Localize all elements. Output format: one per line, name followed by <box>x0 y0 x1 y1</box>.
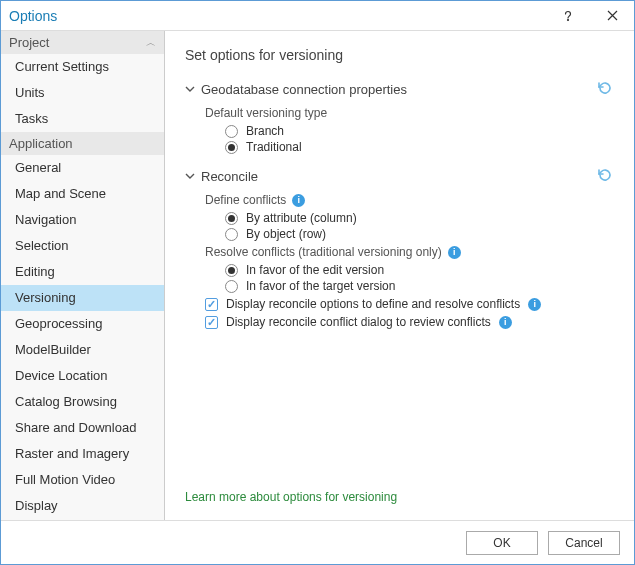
chevron-down-icon <box>185 83 195 97</box>
sidebar-item-modelbuilder[interactable]: ModelBuilder <box>1 337 164 363</box>
radio-favor-edit[interactable]: In favor of the edit version <box>225 263 614 277</box>
radio-label: Branch <box>246 124 284 138</box>
section-reconcile: Reconcile Define conflicts i By attribut… <box>185 166 614 331</box>
radio-traditional[interactable]: Traditional <box>225 140 614 154</box>
radio-favor-target[interactable]: In favor of the target version <box>225 279 614 293</box>
radio-icon <box>225 228 238 241</box>
sidebar-item-current-settings[interactable]: Current Settings <box>1 54 164 80</box>
chevron-up-icon: ︿ <box>146 36 156 50</box>
options-dialog: Options Project ︿ Current Settings Units… <box>0 0 635 565</box>
info-icon[interactable]: i <box>528 298 541 311</box>
sidebar-group-label: Application <box>9 136 73 151</box>
learn-more-link[interactable]: Learn more about options for versioning <box>185 490 614 504</box>
section-title: Reconcile <box>201 169 596 184</box>
sidebar-item-map-and-scene[interactable]: Map and Scene <box>1 181 164 207</box>
titlebar: Options <box>1 1 634 31</box>
window-title: Options <box>9 8 546 24</box>
sidebar-item-display[interactable]: Display <box>1 493 164 519</box>
radio-by-object[interactable]: By object (row) <box>225 227 614 241</box>
radio-label: Traditional <box>246 140 302 154</box>
sidebar-group-label: Project <box>9 35 49 50</box>
radio-icon <box>225 264 238 277</box>
content-area: Project ︿ Current Settings Units Tasks A… <box>1 31 634 520</box>
reset-icon[interactable] <box>596 166 614 187</box>
checkbox-label: Display reconcile conflict dialog to rev… <box>226 315 491 329</box>
sidebar-item-share-and-download[interactable]: Share and Download <box>1 415 164 441</box>
sidebar-item-raster-and-imagery[interactable]: Raster and Imagery <box>1 441 164 467</box>
sidebar-group-project[interactable]: Project ︿ <box>1 31 164 54</box>
section-header[interactable]: Geodatabase connection properties <box>185 79 614 100</box>
section-title: Geodatabase connection properties <box>201 82 596 97</box>
sidebar-item-full-motion-video[interactable]: Full Motion Video <box>1 467 164 493</box>
sidebar-item-tasks[interactable]: Tasks <box>1 106 164 132</box>
sidebar-item-selection[interactable]: Selection <box>1 233 164 259</box>
chevron-down-icon <box>185 170 195 184</box>
svg-point-0 <box>567 19 568 20</box>
checkbox-label: Display reconcile options to define and … <box>226 297 520 311</box>
radio-icon <box>225 212 238 225</box>
radio-label: In favor of the target version <box>246 279 395 293</box>
dialog-footer: OK Cancel <box>1 520 634 564</box>
info-icon[interactable]: i <box>292 194 305 207</box>
close-button[interactable] <box>590 1 634 31</box>
section-geodatabase: Geodatabase connection properties Defaul… <box>185 79 614 156</box>
sidebar-item-catalog-browsing[interactable]: Catalog Browsing <box>1 389 164 415</box>
info-icon[interactable]: i <box>448 246 461 259</box>
radio-label: By object (row) <box>246 227 326 241</box>
sidebar-item-editing[interactable]: Editing <box>1 259 164 285</box>
help-button[interactable] <box>546 1 590 31</box>
sidebar-item-units[interactable]: Units <box>1 80 164 106</box>
sidebar-item-versioning[interactable]: Versioning <box>1 285 164 311</box>
main-panel: Set options for versioning Geodatabase c… <box>165 31 634 520</box>
sidebar-item-geoprocessing[interactable]: Geoprocessing <box>1 311 164 337</box>
page-title: Set options for versioning <box>185 47 614 63</box>
checkbox-display-conflict-dialog[interactable]: Display reconcile conflict dialog to rev… <box>205 315 614 329</box>
ok-button[interactable]: OK <box>466 531 538 555</box>
radio-icon <box>225 141 238 154</box>
cancel-button[interactable]: Cancel <box>548 531 620 555</box>
checkbox-icon <box>205 298 218 311</box>
section-header[interactable]: Reconcile <box>185 166 614 187</box>
define-conflicts-label: Define conflicts i <box>205 193 614 207</box>
sidebar-group-application[interactable]: Application <box>1 132 164 155</box>
radio-label: By attribute (column) <box>246 211 357 225</box>
resolve-conflicts-label: Resolve conflicts (traditional versionin… <box>205 245 614 259</box>
radio-icon <box>225 280 238 293</box>
checkbox-icon <box>205 316 218 329</box>
radio-by-attribute[interactable]: By attribute (column) <box>225 211 614 225</box>
radio-icon <box>225 125 238 138</box>
sidebar-item-general[interactable]: General <box>1 155 164 181</box>
sidebar-item-device-location[interactable]: Device Location <box>1 363 164 389</box>
info-icon[interactable]: i <box>499 316 512 329</box>
reset-icon[interactable] <box>596 79 614 100</box>
category-sidebar[interactable]: Project ︿ Current Settings Units Tasks A… <box>1 31 165 520</box>
sidebar-item-navigation[interactable]: Navigation <box>1 207 164 233</box>
default-versioning-label: Default versioning type <box>205 106 614 120</box>
radio-label: In favor of the edit version <box>246 263 384 277</box>
radio-branch[interactable]: Branch <box>225 124 614 138</box>
checkbox-display-reconcile-options[interactable]: Display reconcile options to define and … <box>205 297 614 311</box>
